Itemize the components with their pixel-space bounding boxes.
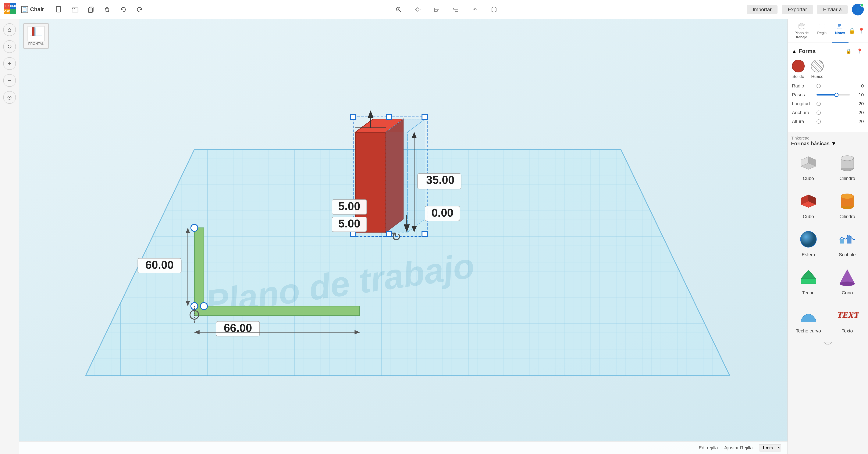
rotate-button[interactable]: ↻ [3, 40, 16, 53]
sel-handle-mid[interactable] [386, 231, 392, 236]
shape-panel-icons: 🔒 📍 [844, 47, 864, 56]
main-area: ⌂ ↻ + − ⊙ FRONTAL [0, 19, 868, 454]
shape-name-roof-green: Techo [802, 290, 815, 296]
info-shape-button[interactable]: 📍 [855, 47, 864, 56]
prop-radio-handle[interactable] [816, 84, 821, 88]
shape-thumb-roof-green [796, 267, 821, 288]
shape-thumb-cone-purple [835, 267, 860, 288]
open-button[interactable] [69, 3, 82, 16]
status-bar: Ed. rejilla Ajustar Rejilla 1 mm 5 mm 10… [19, 441, 787, 454]
shape-card-cube-red[interactable]: Cubo [791, 188, 826, 222]
zoom-in-button[interactable]: + [3, 57, 16, 70]
svg-text:TEXT: TEXT [838, 311, 859, 320]
logo-t: TIN [4, 3, 10, 9]
reset-view-button[interactable]: ⊙ [3, 91, 16, 104]
undo-button[interactable] [117, 3, 130, 16]
shape-card-scribble[interactable]: Scribble [830, 226, 865, 260]
left-sidebar: ⌂ ↻ + − ⊙ [0, 19, 19, 454]
arrow-up [368, 110, 374, 118]
top-tabs-area: Plano de trabajo Regla [788, 19, 868, 43]
lib-source-text: Tinkercad [791, 136, 836, 140]
prop-longitud-label: Longitud [792, 101, 813, 106]
logo-k: KER [10, 3, 16, 9]
prop-pasos-handle[interactable] [834, 93, 839, 97]
tab-notes[interactable]: Notes [832, 19, 848, 42]
redo-button[interactable] [133, 3, 146, 16]
location-icon-button[interactable]: 📍 [858, 28, 865, 34]
lock-shape-button[interactable]: 🔒 [844, 47, 853, 56]
solid-option[interactable]: Sólido [792, 60, 805, 79]
shape-card-sphere-blue[interactable]: Esfera [791, 226, 826, 260]
tab-regla[interactable]: Regla [814, 19, 830, 42]
sel-handle-mid[interactable] [386, 115, 392, 120]
workplane-area: Plano de trabajo [19, 19, 787, 454]
collapse-shape-button[interactable]: ▲ [792, 48, 797, 54]
document-title: Chair [30, 6, 44, 13]
handle-dot[interactable] [191, 224, 198, 231]
zoom-out-button[interactable]: − [3, 74, 16, 87]
lib-dropdown-button[interactable]: ▼ [831, 140, 836, 147]
shape-name-scribble: Scribble [839, 252, 856, 258]
sel-handle[interactable] [422, 115, 427, 120]
rotate-handle[interactable]: ↻ [391, 230, 401, 244]
shape-card-cylinder-gray[interactable]: Cilindro [830, 150, 865, 184]
shape-name-cone-purple: Cono [842, 290, 853, 296]
light-button[interactable] [411, 3, 424, 16]
tab-plano[interactable]: Plano de trabajo [791, 19, 812, 42]
toolbar-left [53, 3, 146, 16]
prop-anchura-label: Anchura [792, 110, 813, 116]
scroll-down-icon [822, 340, 834, 347]
scene-svg: Plano de trabajo [19, 19, 787, 454]
shape-panel: ▲ Forma 🔒 📍 Sólido Hueco [788, 43, 868, 132]
viewport[interactable]: FRONTAL [19, 19, 787, 454]
shape-card-text-red[interactable]: TEXT TEXT Texto [830, 302, 865, 336]
flip-button[interactable] [488, 3, 500, 16]
shape-name-curved-roof: Techo curvo [796, 328, 821, 334]
lock-icon-button[interactable]: 🔒 [848, 28, 855, 34]
topbar: TIN KER CAD 📄 Chair [0, 0, 868, 19]
export-button[interactable]: Exportar [782, 5, 813, 14]
sel-handle[interactable] [422, 231, 427, 236]
user-avatar[interactable]: 👤 [852, 4, 864, 15]
svg-rect-1 [72, 8, 78, 12]
grid-size-select[interactable]: 1 mm 5 mm 10 mm [759, 444, 781, 451]
shape-card-cone-purple[interactable]: Cono [830, 264, 865, 298]
import-button[interactable]: Importar [747, 5, 777, 14]
delete-button[interactable] [101, 3, 114, 16]
svg-marker-60 [801, 270, 816, 279]
shape-card-curved-roof[interactable]: Techo curvo [791, 302, 826, 336]
svg-point-56 [800, 231, 816, 247]
inspect-button[interactable] [392, 3, 405, 16]
hollow-option[interactable]: Hueco [811, 60, 824, 79]
prop-altura-handle[interactable] [816, 120, 821, 124]
plano-icon [798, 22, 806, 30]
prop-anchura: Anchura 20 [792, 110, 864, 116]
shape-type-options: Sólido Hueco [792, 60, 864, 79]
solid-label: Sólido [792, 74, 804, 79]
sel-handle[interactable] [350, 115, 356, 120]
home-view-button[interactable]: ⌂ [3, 23, 16, 36]
mirror-button[interactable] [469, 3, 481, 16]
prop-anchura-handle[interactable] [816, 110, 821, 115]
align-left-button[interactable] [430, 3, 443, 16]
handle-dot[interactable] [200, 302, 208, 310]
shape-card-cube-gray[interactable]: Cubo [791, 150, 826, 184]
dim-label-height: 35.00 [426, 174, 455, 186]
prop-radio-label: Radio [792, 83, 813, 89]
green-bar-horizontal[interactable] [194, 306, 360, 316]
logo-c: CAD [4, 9, 10, 14]
copy-button[interactable] [85, 3, 97, 16]
new-button[interactable] [53, 3, 65, 16]
align-right-button[interactable] [450, 3, 462, 16]
prop-pasos-label: Pasos [792, 92, 813, 98]
green-bar-vertical[interactable] [194, 228, 204, 315]
sel-handle[interactable] [350, 231, 356, 236]
lib-category-title: Formas básicas [791, 140, 830, 147]
send-button[interactable]: Enviar a [817, 5, 848, 14]
shape-thumb-scribble [835, 229, 860, 250]
shape-card-roof-green[interactable]: Techo [791, 264, 826, 298]
prop-longitud-handle[interactable] [816, 102, 821, 106]
shape-card-cylinder-orange[interactable]: Cilindro [830, 188, 865, 222]
toolbar-right: Importar Exportar Enviar a 👤 [747, 4, 864, 15]
shape-name-cube-gray: Cubo [803, 176, 814, 181]
